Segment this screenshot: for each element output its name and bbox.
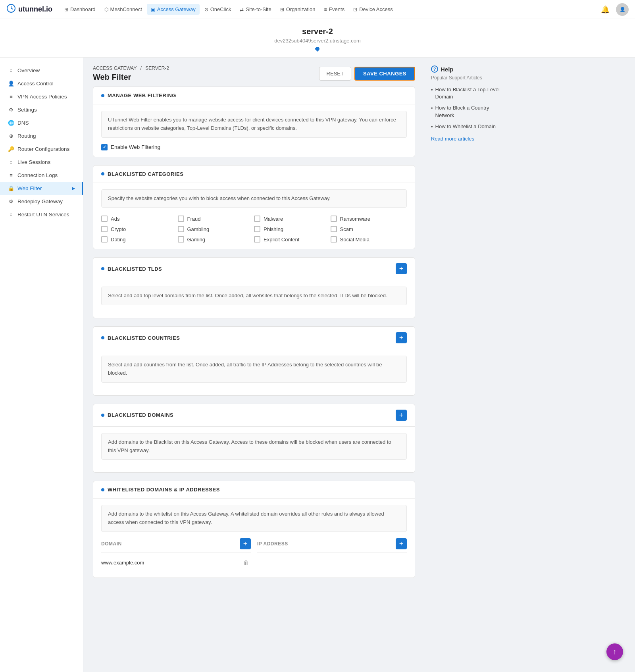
routing-icon: ⊕ (8, 133, 14, 139)
help-title: ? Help (431, 65, 506, 73)
read-more-link[interactable]: Read more articles (431, 136, 474, 142)
sidebar-item-router-configurations[interactable]: 🔑 Router Configurations (0, 142, 83, 156)
breadcrumb-parent: ACCESS GATEWAY (93, 65, 137, 71)
whitelisted-domains-header: WHITELISTED DOMAINS & IP ADDRESSES (93, 481, 415, 499)
help-article-label-2: How to Whitelist a Domain (435, 123, 496, 130)
blacklisted-countries-card: BLACKLISTED COUNTRIES + Select and add c… (93, 326, 415, 396)
nav-item-meshconnect[interactable]: ⬡ MeshConnect (100, 4, 146, 15)
category-explicit-content[interactable]: Explicit Content (254, 236, 331, 243)
router-config-icon: 🔑 (8, 146, 14, 152)
checkbox-explicit[interactable] (254, 236, 260, 243)
avatar[interactable]: 👤 (616, 3, 629, 16)
nav-item-access-gateway[interactable]: ▣ Access Gateway (147, 4, 200, 15)
events-icon: ≡ (324, 7, 327, 12)
checkbox-malware[interactable] (254, 216, 260, 222)
dns-icon: 🌐 (8, 120, 14, 126)
whitelisted-domains-body: Add domains to the whitelist on this Acc… (93, 499, 415, 578)
whitelisted-domains-description: Add domains to the whitelist on this Acc… (101, 505, 407, 532)
sidebar-item-settings[interactable]: ⚙ Settings (0, 103, 83, 116)
help-articles-list: How to Blacklist a Top-Level Domain How … (431, 86, 506, 131)
blacklisted-countries-header: BLACKLISTED COUNTRIES + (93, 327, 415, 349)
section-dot-6 (101, 488, 104, 491)
category-gaming[interactable]: Gaming (178, 236, 254, 243)
server-subtitle: dev232sub4049server2.utnstage.com (0, 38, 635, 44)
category-gambling[interactable]: Gambling (178, 226, 254, 232)
nav-label-oneclick: OneClick (210, 6, 231, 12)
checkbox-crypto[interactable] (101, 226, 108, 232)
blacklisted-tlds-description: Select and add top level domains from th… (101, 287, 407, 305)
help-article-label-0: How to Blacklist a Top-Level Domain (435, 86, 506, 100)
breadcrumb-current: SERVER-2 (145, 65, 169, 71)
checkbox-phishing[interactable] (254, 226, 260, 232)
enable-web-filtering-checkbox[interactable] (101, 144, 108, 150)
nav-label-dashboard: Dashboard (70, 6, 96, 12)
category-malware[interactable]: Malware (254, 216, 331, 222)
oneclick-icon: ⊙ (204, 7, 208, 12)
add-whitelist-domain-button[interactable]: + (240, 538, 251, 549)
nav-item-organization[interactable]: ⊞ Organization (276, 4, 319, 15)
site-to-site-icon: ⇄ (240, 7, 244, 12)
vpn-policies-icon: ≡ (8, 94, 14, 100)
checkbox-scam[interactable] (331, 226, 337, 232)
add-tld-button[interactable]: + (396, 263, 407, 274)
category-dating[interactable]: Dating (101, 236, 178, 243)
sidebar-label-settings: Settings (17, 107, 37, 113)
nav-item-dashboard[interactable]: ⊞ Dashboard (60, 4, 100, 15)
logo-icon (6, 4, 16, 15)
reset-button[interactable]: RESET (319, 67, 351, 81)
server-name: server-2 (0, 27, 635, 36)
help-article-0: How to Blacklist a Top-Level Domain (431, 86, 506, 100)
sidebar-item-vpn-access-policies[interactable]: ≡ VPN Access Policies (0, 90, 83, 103)
blacklisted-countries-title: BLACKLISTED COUNTRIES (101, 335, 180, 341)
section-dot-4 (101, 336, 104, 339)
add-country-button[interactable]: + (396, 332, 407, 343)
category-ransomware[interactable]: Ransomware (331, 216, 407, 222)
checkbox-dating[interactable] (101, 236, 108, 243)
category-ads[interactable]: Ads (101, 216, 178, 222)
save-button[interactable]: SAVE CHANGES (354, 67, 415, 81)
notification-button[interactable]: 🔔 (599, 4, 611, 15)
help-section: ? Help Popular Support Articles How to B… (431, 65, 506, 142)
checkbox-ransomware[interactable] (331, 216, 337, 222)
sidebar-item-overview[interactable]: ○ Overview (0, 64, 83, 77)
category-ads-label: Ads (111, 216, 119, 222)
ip-col-label: IP ADDRESS (257, 541, 396, 547)
sidebar-item-live-sessions[interactable]: ○ Live Sessions (0, 156, 83, 169)
checkbox-gaming[interactable] (178, 236, 184, 243)
sidebar-item-web-filter[interactable]: 🔒 Web Filter ▶ (0, 182, 83, 195)
nav-item-events[interactable]: ≡ Events (320, 4, 348, 15)
nav-item-device-access[interactable]: ⊡ Device Access (349, 4, 397, 15)
category-scam[interactable]: Scam (331, 226, 407, 232)
app-logo[interactable]: utunnel.io (6, 4, 52, 15)
sidebar-item-redeploy-gateway[interactable]: ⚙ Redeploy Gateway (0, 195, 83, 208)
checkbox-social-media[interactable] (331, 236, 337, 243)
blacklisted-domains-title: BLACKLISTED DOMAINS (101, 412, 173, 418)
category-malware-label: Malware (264, 216, 283, 222)
category-fraud[interactable]: Fraud (178, 216, 254, 222)
dashboard-icon: ⊞ (64, 7, 68, 12)
sidebar-label-live-sessions: Live Sessions (17, 159, 50, 165)
checkbox-ads[interactable] (101, 216, 108, 222)
category-crypto[interactable]: Crypto (101, 226, 178, 232)
sidebar-item-access-control[interactable]: 👤 Access Control (0, 77, 83, 90)
checkbox-fraud[interactable] (178, 216, 184, 222)
nav-item-site-to-site[interactable]: ⇄ Site-to-Site (236, 4, 275, 15)
right-panel: ? Help Popular Support Articles How to B… (425, 58, 512, 672)
blacklisted-domains-card: BLACKLISTED DOMAINS + Add domains to the… (93, 404, 415, 473)
nav-label-events: Events (329, 6, 344, 12)
blacklisted-categories-card: BLACKLISTED CATEGORIES Specify the websi… (93, 165, 415, 250)
sidebar-item-dns[interactable]: 🌐 DNS (0, 116, 83, 129)
blacklisted-countries-body: Select and add countries from the list. … (93, 349, 415, 395)
delete-domain-button[interactable]: 🗑 (242, 558, 251, 568)
category-social-media[interactable]: Social Media (331, 236, 407, 243)
add-domain-button[interactable]: + (396, 410, 407, 421)
scroll-to-top-button[interactable]: ↑ (606, 643, 623, 660)
sidebar-item-connection-logs[interactable]: ≡ Connection Logs (0, 169, 83, 182)
nav-item-oneclick[interactable]: ⊙ OneClick (200, 4, 235, 15)
checkbox-gambling[interactable] (178, 226, 184, 232)
add-whitelist-ip-button[interactable]: + (396, 538, 407, 549)
category-phishing[interactable]: Phishing (254, 226, 331, 232)
sidebar-item-routing[interactable]: ⊕ Routing (0, 129, 83, 142)
sidebar-item-restart-utn[interactable]: ○ Restart UTN Services (0, 208, 83, 221)
breadcrumb: ACCESS GATEWAY / SERVER-2 (93, 65, 169, 71)
